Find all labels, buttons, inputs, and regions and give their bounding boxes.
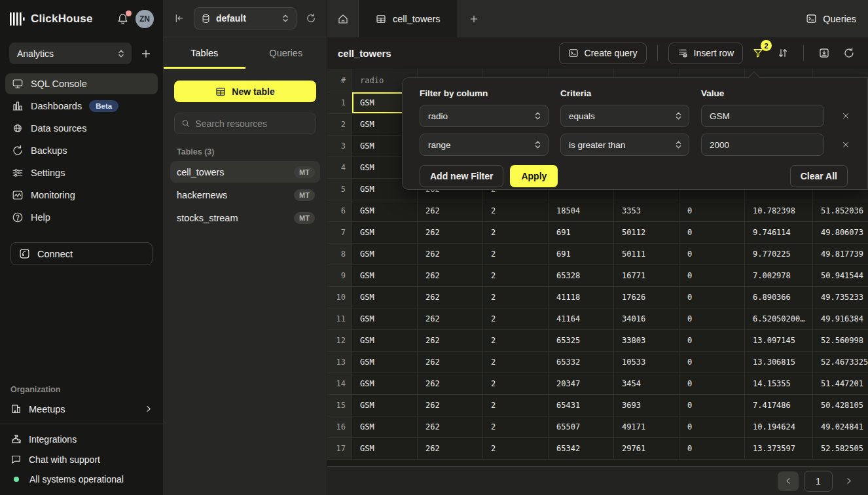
- table-cell[interactable]: 9.746114: [745, 222, 813, 244]
- prev-page-button[interactable]: [778, 471, 799, 491]
- home-button[interactable]: [327, 0, 359, 37]
- table-cell[interactable]: 7.002978: [745, 265, 813, 287]
- table-cell[interactable]: 262: [418, 265, 483, 287]
- table-cell[interactable]: 49.024841: [813, 416, 868, 438]
- create-query-button[interactable]: Create query: [559, 43, 647, 64]
- table-cell[interactable]: GSM: [352, 373, 418, 395]
- table-cell[interactable]: 262: [418, 244, 483, 265]
- table-cell[interactable]: 65325: [549, 330, 614, 352]
- page-number-input[interactable]: 1: [804, 471, 833, 492]
- table-cell[interactable]: 34016: [614, 308, 679, 330]
- connect-button[interactable]: Connect: [10, 242, 153, 265]
- table-cell[interactable]: 65507: [549, 416, 614, 438]
- table-cell[interactable]: GSM: [352, 265, 418, 287]
- table-cell[interactable]: 17626: [614, 287, 679, 308]
- refresh-resources-button[interactable]: [303, 10, 319, 26]
- clear-all-filters-button[interactable]: Clear All: [790, 165, 848, 187]
- table-cell[interactable]: 49.735233: [813, 287, 868, 308]
- table-cell[interactable]: 2: [483, 244, 549, 265]
- table-cell[interactable]: 29761: [614, 438, 679, 460]
- table-cell[interactable]: 6.890366: [745, 287, 813, 308]
- search-resources[interactable]: [174, 113, 316, 134]
- table-cell[interactable]: 13.373597: [745, 438, 813, 460]
- table-cell[interactable]: 65342: [549, 438, 614, 460]
- filter-button[interactable]: 2: [748, 43, 768, 63]
- table-cell[interactable]: GSM: [352, 222, 418, 244]
- integrations-link[interactable]: Integrations: [10, 433, 153, 445]
- table-cell[interactable]: 52.4673325: [813, 352, 868, 373]
- table-cell[interactable]: GSM: [352, 438, 418, 460]
- table-cell[interactable]: 41164: [549, 308, 614, 330]
- table-cell[interactable]: 262: [418, 222, 483, 244]
- table-cell[interactable]: 65431: [549, 395, 614, 416]
- filter-criteria-select-0[interactable]: equals: [560, 105, 689, 127]
- table-cell[interactable]: 49.916384: [813, 308, 868, 330]
- table-cell[interactable]: 20347: [549, 373, 614, 395]
- notifications-button[interactable]: [117, 12, 129, 25]
- table-cell[interactable]: 16771: [614, 265, 679, 287]
- filter-value-input-0[interactable]: [701, 105, 824, 127]
- sidebar-item-data-sources[interactable]: Data sources: [5, 118, 158, 139]
- table-cell[interactable]: 41118: [549, 287, 614, 308]
- next-page-button[interactable]: [838, 471, 859, 491]
- tab-queries[interactable]: Queries: [245, 37, 327, 69]
- filter-value-input-1[interactable]: [701, 134, 824, 156]
- table-cell[interactable]: 0: [679, 308, 745, 330]
- table-cell[interactable]: GSM: [352, 287, 418, 308]
- table-cell[interactable]: 262: [418, 395, 483, 416]
- table-cell[interactable]: 0: [679, 244, 745, 265]
- table-cell[interactable]: 7.417486: [745, 395, 813, 416]
- table-list-item-stocks-stream[interactable]: stocks_stream MT: [170, 207, 320, 229]
- table-cell[interactable]: 0: [679, 416, 745, 438]
- table-cell[interactable]: 2: [483, 287, 549, 308]
- table-cell[interactable]: GSM: [352, 200, 418, 222]
- table-cell[interactable]: 691: [549, 222, 614, 244]
- table-cell[interactable]: 65332: [549, 352, 614, 373]
- table-cell[interactable]: 50111: [614, 244, 679, 265]
- tab-cell-towers[interactable]: cell_towers: [359, 0, 458, 37]
- table-cell[interactable]: 52.560998: [813, 330, 868, 352]
- table-cell[interactable]: 262: [418, 308, 483, 330]
- add-filter-button[interactable]: Add new Filter: [420, 165, 503, 187]
- table-cell[interactable]: 10533: [614, 352, 679, 373]
- filter-column-select-1[interactable]: range: [420, 134, 549, 156]
- sidebar-item-backups[interactable]: Backups: [5, 140, 158, 161]
- table-cell[interactable]: 262: [418, 330, 483, 352]
- table-cell[interactable]: 50.941544: [813, 265, 868, 287]
- sidebar-item-sql-console[interactable]: SQL Console: [5, 73, 158, 94]
- table-cell[interactable]: GSM: [352, 352, 418, 373]
- sidebar-item-help[interactable]: Help: [5, 207, 158, 228]
- table-cell[interactable]: 262: [418, 373, 483, 395]
- table-cell[interactable]: 51.852036: [813, 200, 868, 222]
- table-cell[interactable]: 262: [418, 438, 483, 460]
- new-tab-button[interactable]: [458, 0, 490, 37]
- remove-filter-button-1[interactable]: [836, 141, 856, 149]
- table-cell[interactable]: 0: [679, 395, 745, 416]
- table-cell[interactable]: 3693: [614, 395, 679, 416]
- table-cell[interactable]: 2: [483, 352, 549, 373]
- system-status[interactable]: All systems operational: [10, 474, 153, 485]
- table-cell[interactable]: GSM: [352, 416, 418, 438]
- table-cell[interactable]: 0: [679, 200, 745, 222]
- table-cell[interactable]: 65328: [549, 265, 614, 287]
- filter-criteria-select-1[interactable]: is greater than: [560, 134, 689, 156]
- table-cell[interactable]: 2: [483, 222, 549, 244]
- table-cell[interactable]: GSM: [352, 395, 418, 416]
- queries-button[interactable]: Queries: [794, 0, 868, 37]
- table-cell[interactable]: GSM: [352, 330, 418, 352]
- table-cell[interactable]: 2: [483, 330, 549, 352]
- search-resources-input[interactable]: [195, 119, 309, 129]
- table-cell[interactable]: 2: [483, 265, 549, 287]
- table-cell[interactable]: 262: [418, 287, 483, 308]
- refresh-table-button[interactable]: [839, 43, 859, 63]
- apply-filters-button[interactable]: Apply: [510, 165, 558, 187]
- table-cell[interactable]: 2: [483, 308, 549, 330]
- table-cell[interactable]: 13.097145: [745, 330, 813, 352]
- table-cell[interactable]: 0: [679, 373, 745, 395]
- table-cell[interactable]: GSM: [352, 308, 418, 330]
- table-cell[interactable]: 262: [418, 352, 483, 373]
- table-cell[interactable]: 10.782398: [745, 200, 813, 222]
- table-cell[interactable]: 49.806073: [813, 222, 868, 244]
- table-list-item-hackernews[interactable]: hackernews MT: [170, 184, 320, 206]
- table-cell[interactable]: 0: [679, 265, 745, 287]
